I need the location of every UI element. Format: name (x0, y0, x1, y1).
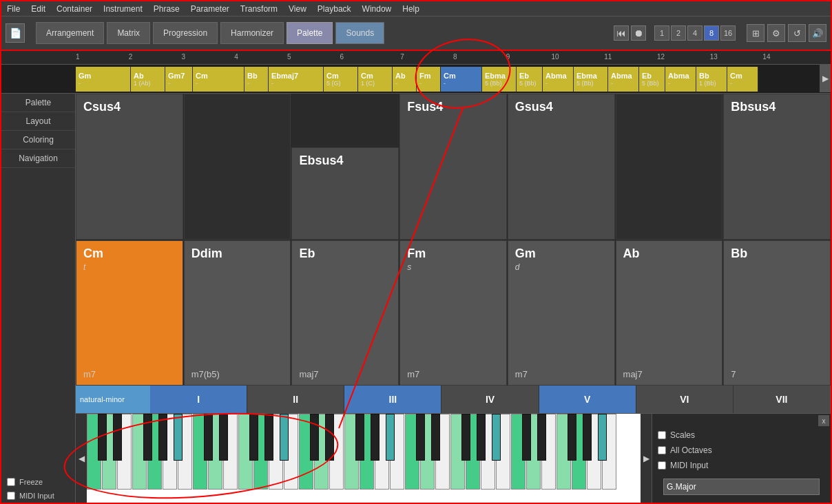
black-key[interactable] (371, 414, 379, 461)
menu-edit[interactable]: Edit (25, 3, 51, 15)
chord-cell-eb[interactable]: Eb maj7 (291, 240, 399, 386)
chord-cell-bb[interactable]: Bb 7 (723, 240, 831, 386)
tab-harmonizer[interactable]: Harmonizer (220, 22, 284, 44)
tab-progression[interactable]: Progression (153, 22, 218, 44)
black-key[interactable] (325, 414, 334, 461)
midi-input-checkbox[interactable] (7, 492, 15, 500)
chord-cm-1c[interactable]: Cm1 (C) (358, 67, 393, 92)
black-key[interactable] (431, 414, 440, 461)
menu-container[interactable]: Container (51, 3, 98, 15)
menu-file[interactable]: File (1, 3, 25, 15)
all-octaves-checkbox[interactable] (658, 446, 666, 454)
degree-VII[interactable]: VII (734, 386, 831, 413)
chord-abma[interactable]: Abma- (543, 67, 574, 92)
black-key[interactable] (568, 414, 576, 461)
num-1[interactable]: 1 (654, 25, 669, 41)
black-key[interactable] (522, 414, 531, 461)
black-key[interactable] (98, 414, 107, 461)
black-key[interactable] (598, 414, 607, 461)
chord-bb[interactable]: Bb- (245, 67, 269, 92)
black-key[interactable] (416, 414, 425, 461)
menu-transform[interactable]: Transform (235, 3, 283, 15)
sidebar-btn-coloring[interactable]: Coloring (1, 131, 75, 149)
black-key[interactable] (113, 414, 122, 461)
menu-phrase[interactable]: Phrase (148, 3, 185, 15)
black-key[interactable] (280, 414, 289, 461)
degree-V[interactable]: V (539, 386, 636, 413)
arr-scroll-right[interactable]: ▶ (820, 65, 831, 92)
grid-icon[interactable]: ⊞ (747, 24, 765, 42)
chord-gm7[interactable]: Gm7- (165, 67, 193, 92)
num-8[interactable]: 8 (704, 25, 719, 41)
rpanel-close[interactable]: x (818, 415, 829, 426)
chord-eb-5bb[interactable]: Eb5 (Bb) (517, 67, 543, 92)
piano-scroll-left[interactable]: ◀ (76, 414, 87, 503)
chord-cell-bbsus4[interactable]: Bbsus4 (723, 94, 831, 240)
chord-bb-1bb[interactable]: Bb1 (Bb) (696, 67, 727, 92)
black-key[interactable] (158, 414, 167, 461)
chord-cell-fm[interactable]: Fm s m7 (399, 240, 507, 386)
chord-eb2[interactable]: Eb5 (Bb) (639, 67, 665, 92)
chord-ebmaj7[interactable]: Ebmaj7- (269, 67, 324, 92)
degree-IV[interactable]: IV (441, 386, 539, 413)
black-key[interactable] (310, 414, 319, 461)
num-2[interactable]: 2 (671, 25, 686, 41)
live-chord-detect[interactable]: Live Chord Detect (652, 501, 831, 503)
degree-VI[interactable]: VI (636, 386, 734, 413)
black-key[interactable] (143, 414, 152, 461)
chord-cm[interactable]: Cm- (193, 67, 245, 92)
scales-check[interactable]: Scales (652, 428, 831, 443)
menu-window[interactable]: Window (357, 3, 397, 15)
chord-cell-gm[interactable]: Gm d m7 (508, 240, 615, 386)
black-key[interactable] (219, 414, 228, 461)
black-key[interactable] (583, 414, 592, 461)
degree-II[interactable]: II (247, 386, 344, 413)
chord-cell-ab[interactable]: Ab maj7 (616, 240, 723, 386)
record-icon[interactable]: ⏺ (631, 25, 646, 41)
chord-ab2[interactable]: Ab- (393, 67, 417, 92)
menu-view[interactable]: View (283, 3, 312, 15)
new-icon[interactable]: 📄 (6, 23, 25, 43)
chord-cm-blue[interactable]: Cm- (441, 67, 482, 92)
black-key[interactable] (264, 414, 273, 461)
sidebar-btn-navigation[interactable]: Navigation (1, 149, 75, 168)
menu-help[interactable]: Help (397, 3, 425, 15)
degree-I[interactable]: I (150, 386, 247, 413)
midi-input-checkbox-piano[interactable] (658, 461, 666, 470)
menu-playback[interactable]: Playback (312, 3, 357, 15)
key-input[interactable]: G.Major (663, 479, 820, 495)
volume-icon[interactable]: 🔊 (809, 24, 826, 42)
chord-fm[interactable]: Fm- (417, 67, 441, 92)
settings-icon[interactable]: ⚙ (767, 24, 785, 42)
tab-palette[interactable]: Palette (287, 22, 333, 44)
sidebar-btn-layout[interactable]: Layout (1, 112, 75, 131)
chord-cm-end[interactable]: Cm- (727, 67, 758, 92)
chord-abma3[interactable]: Abma- (665, 67, 696, 92)
chord-cell-ebsus4[interactable]: Ebsus4 (291, 147, 399, 240)
chord-ab[interactable]: Ab1 (Ab) (131, 67, 165, 92)
black-key[interactable] (355, 414, 364, 461)
tab-sounds[interactable]: Sounds (335, 22, 384, 44)
black-key[interactable] (386, 414, 395, 461)
chord-cell-cm[interactable]: Cm t m7 (76, 240, 183, 386)
chord-cell-gsus4[interactable]: Gsus4 (508, 94, 615, 240)
black-key[interactable] (204, 414, 213, 461)
black-key[interactable] (461, 414, 470, 461)
all-octaves-check[interactable]: All Octaves (652, 443, 831, 458)
degree-III[interactable]: III (344, 386, 441, 413)
midi-input-check-piano[interactable]: MIDI Input (652, 458, 831, 473)
black-key[interactable] (174, 414, 183, 461)
refresh-icon[interactable]: ↺ (788, 24, 806, 42)
menu-parameter[interactable]: Parameter (185, 3, 235, 15)
black-key[interactable] (537, 414, 546, 461)
freeze-checkbox-container[interactable]: Freeze (1, 475, 75, 489)
black-key[interactable] (477, 414, 486, 461)
chord-ebma2[interactable]: Ebma5 (Bb) (574, 67, 608, 92)
freeze-checkbox[interactable] (7, 478, 15, 486)
chord-abma2[interactable]: Abma- (608, 67, 639, 92)
chord-ebma-5bb[interactable]: Ebma5 (Bb) (482, 67, 517, 92)
piano-scroll-right[interactable]: ▶ (641, 414, 652, 503)
black-key[interactable] (492, 414, 501, 461)
black-key[interactable] (249, 414, 258, 461)
sidebar-btn-palette[interactable]: Palette (1, 94, 75, 112)
